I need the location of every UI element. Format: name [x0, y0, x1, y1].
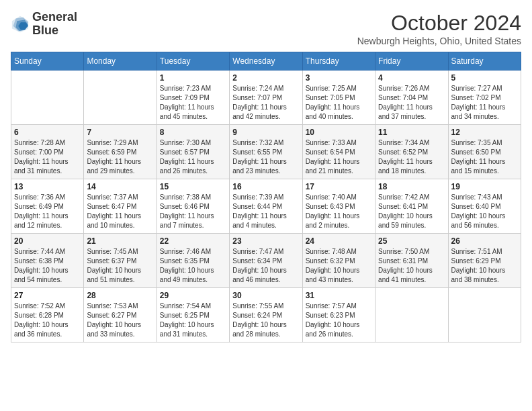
day-cell: 31Sunrise: 7:57 AMSunset: 6:23 PMDayligh… [302, 288, 375, 342]
day-info: Sunrise: 7:23 AMSunset: 7:09 PMDaylight:… [160, 84, 226, 122]
day-cell: 12Sunrise: 7:35 AMSunset: 6:50 PMDayligh… [448, 125, 521, 179]
day-cell: 27Sunrise: 7:52 AMSunset: 6:28 PMDayligh… [11, 288, 84, 342]
day-number: 15 [160, 182, 226, 191]
day-cell: 22Sunrise: 7:46 AMSunset: 6:35 PMDayligh… [157, 234, 229, 288]
day-info: Sunrise: 7:40 AMSunset: 6:43 PMDaylight:… [306, 193, 372, 230]
day-cell: 15Sunrise: 7:38 AMSunset: 6:46 PMDayligh… [157, 179, 229, 234]
day-number: 31 [306, 291, 372, 300]
day-number: 23 [232, 236, 299, 246]
week-row-5: 27Sunrise: 7:52 AMSunset: 6:28 PMDayligh… [11, 288, 521, 342]
week-row-4: 20Sunrise: 7:44 AMSunset: 6:38 PMDayligh… [11, 234, 521, 288]
day-cell: 19Sunrise: 7:43 AMSunset: 6:40 PMDayligh… [448, 179, 521, 234]
month-title: October 2024 [357, 11, 521, 36]
day-number: 16 [232, 182, 299, 191]
day-info: Sunrise: 7:57 AMSunset: 6:23 PMDaylight:… [306, 302, 372, 339]
day-info: Sunrise: 7:28 AMSunset: 7:00 PMDaylight:… [14, 138, 81, 176]
page-header: General Blue October 2024 Newburgh Heigh… [11, 11, 521, 46]
logo-icon [11, 15, 30, 34]
day-info: Sunrise: 7:24 AMSunset: 7:07 PMDaylight:… [232, 84, 299, 122]
day-info: Sunrise: 7:44 AMSunset: 6:38 PMDaylight:… [14, 247, 81, 285]
day-cell: 9Sunrise: 7:32 AMSunset: 6:55 PMDaylight… [230, 125, 302, 179]
logo-line1: General [32, 11, 77, 24]
day-number: 10 [306, 128, 372, 137]
day-number: 22 [160, 236, 226, 246]
logo-line2: Blue [32, 24, 77, 38]
day-cell [11, 71, 84, 125]
day-number: 4 [378, 73, 445, 83]
day-number: 2 [232, 73, 299, 83]
day-number: 29 [160, 291, 226, 300]
day-number: 18 [378, 182, 445, 191]
day-cell [448, 288, 521, 342]
day-cell: 13Sunrise: 7:36 AMSunset: 6:49 PMDayligh… [11, 179, 84, 234]
day-info: Sunrise: 7:53 AMSunset: 6:27 PMDaylight:… [87, 302, 153, 339]
day-info: Sunrise: 7:42 AMSunset: 6:41 PMDaylight:… [378, 193, 445, 230]
weekday-header-sunday: Sunday [11, 52, 84, 71]
day-info: Sunrise: 7:34 AMSunset: 6:52 PMDaylight:… [378, 138, 445, 176]
day-info: Sunrise: 7:46 AMSunset: 6:35 PMDaylight:… [160, 247, 226, 285]
day-info: Sunrise: 7:26 AMSunset: 7:04 PMDaylight:… [378, 84, 445, 122]
day-info: Sunrise: 7:39 AMSunset: 6:44 PMDaylight:… [232, 193, 299, 230]
week-row-2: 6Sunrise: 7:28 AMSunset: 7:00 PMDaylight… [11, 125, 521, 179]
day-info: Sunrise: 7:51 AMSunset: 6:29 PMDaylight:… [451, 247, 518, 285]
day-number: 8 [160, 128, 226, 137]
day-info: Sunrise: 7:43 AMSunset: 6:40 PMDaylight:… [451, 193, 518, 230]
day-cell [84, 71, 157, 125]
day-cell: 21Sunrise: 7:45 AMSunset: 6:37 PMDayligh… [84, 234, 157, 288]
day-cell: 24Sunrise: 7:48 AMSunset: 6:32 PMDayligh… [302, 234, 375, 288]
day-number: 7 [87, 128, 153, 137]
day-info: Sunrise: 7:37 AMSunset: 6:47 PMDaylight:… [87, 193, 153, 230]
day-number: 26 [451, 236, 518, 246]
day-cell: 2Sunrise: 7:24 AMSunset: 7:07 PMDaylight… [230, 71, 302, 125]
day-number: 14 [87, 182, 153, 191]
weekday-header-friday: Friday [375, 52, 448, 71]
day-cell: 5Sunrise: 7:27 AMSunset: 7:02 PMDaylight… [448, 71, 521, 125]
weekday-header-tuesday: Tuesday [157, 52, 229, 71]
logo: General Blue [11, 11, 77, 38]
day-cell: 26Sunrise: 7:51 AMSunset: 6:29 PMDayligh… [448, 234, 521, 288]
day-info: Sunrise: 7:25 AMSunset: 7:05 PMDaylight:… [306, 84, 372, 122]
calendar-table: SundayMondayTuesdayWednesdayThursdayFrid… [11, 52, 521, 342]
day-number: 21 [87, 236, 153, 246]
location-text: Newburgh Heights, Ohio, United States [357, 36, 521, 46]
day-cell [375, 288, 448, 342]
day-cell: 28Sunrise: 7:53 AMSunset: 6:27 PMDayligh… [84, 288, 157, 342]
day-cell: 23Sunrise: 7:47 AMSunset: 6:34 PMDayligh… [230, 234, 302, 288]
day-info: Sunrise: 7:47 AMSunset: 6:34 PMDaylight:… [232, 247, 299, 285]
day-info: Sunrise: 7:48 AMSunset: 6:32 PMDaylight:… [306, 247, 372, 285]
day-info: Sunrise: 7:55 AMSunset: 6:24 PMDaylight:… [232, 302, 299, 339]
day-cell: 30Sunrise: 7:55 AMSunset: 6:24 PMDayligh… [230, 288, 302, 342]
day-number: 19 [451, 182, 518, 191]
day-cell: 7Sunrise: 7:29 AMSunset: 6:59 PMDaylight… [84, 125, 157, 179]
day-cell: 29Sunrise: 7:54 AMSunset: 6:25 PMDayligh… [157, 288, 229, 342]
day-cell: 8Sunrise: 7:30 AMSunset: 6:57 PMDaylight… [157, 125, 229, 179]
weekday-header-row: SundayMondayTuesdayWednesdayThursdayFrid… [11, 52, 521, 71]
day-cell: 14Sunrise: 7:37 AMSunset: 6:47 PMDayligh… [84, 179, 157, 234]
day-number: 12 [451, 128, 518, 137]
day-info: Sunrise: 7:38 AMSunset: 6:46 PMDaylight:… [160, 193, 226, 230]
day-cell: 18Sunrise: 7:42 AMSunset: 6:41 PMDayligh… [375, 179, 448, 234]
day-cell: 11Sunrise: 7:34 AMSunset: 6:52 PMDayligh… [375, 125, 448, 179]
day-info: Sunrise: 7:27 AMSunset: 7:02 PMDaylight:… [451, 84, 518, 122]
day-cell: 20Sunrise: 7:44 AMSunset: 6:38 PMDayligh… [11, 234, 84, 288]
day-cell: 16Sunrise: 7:39 AMSunset: 6:44 PMDayligh… [230, 179, 302, 234]
title-section: October 2024 Newburgh Heights, Ohio, Uni… [357, 11, 521, 46]
day-number: 5 [451, 73, 518, 83]
weekday-header-thursday: Thursday [302, 52, 375, 71]
day-number: 25 [378, 236, 445, 246]
day-info: Sunrise: 7:50 AMSunset: 6:31 PMDaylight:… [378, 247, 445, 285]
day-info: Sunrise: 7:32 AMSunset: 6:55 PMDaylight:… [232, 138, 299, 176]
day-info: Sunrise: 7:45 AMSunset: 6:37 PMDaylight:… [87, 247, 153, 285]
day-cell: 6Sunrise: 7:28 AMSunset: 7:00 PMDaylight… [11, 125, 84, 179]
day-cell: 17Sunrise: 7:40 AMSunset: 6:43 PMDayligh… [302, 179, 375, 234]
day-number: 1 [160, 73, 226, 83]
day-info: Sunrise: 7:29 AMSunset: 6:59 PMDaylight:… [87, 138, 153, 176]
weekday-header-monday: Monday [84, 52, 157, 71]
day-cell: 10Sunrise: 7:33 AMSunset: 6:54 PMDayligh… [302, 125, 375, 179]
day-number: 24 [306, 236, 372, 246]
week-row-1: 1Sunrise: 7:23 AMSunset: 7:09 PMDaylight… [11, 71, 521, 125]
day-cell: 25Sunrise: 7:50 AMSunset: 6:31 PMDayligh… [375, 234, 448, 288]
day-cell: 3Sunrise: 7:25 AMSunset: 7:05 PMDaylight… [302, 71, 375, 125]
day-cell: 1Sunrise: 7:23 AMSunset: 7:09 PMDaylight… [157, 71, 229, 125]
weekday-header-wednesday: Wednesday [230, 52, 302, 71]
